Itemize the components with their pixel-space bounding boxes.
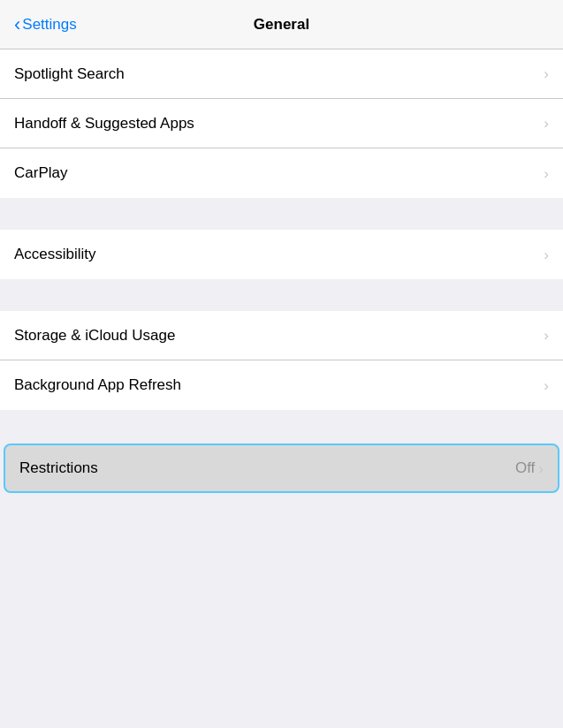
handoff-item[interactable]: Handoff & Suggested Apps ›	[0, 99, 563, 148]
restrictions-item[interactable]: Restrictions Off ›	[4, 444, 559, 493]
back-button[interactable]: ‹ Settings	[7, 8, 84, 42]
page-title: General	[254, 16, 309, 34]
restrictions-right: Off ›	[515, 459, 544, 477]
restrictions-wrapper: Restrictions Off ›	[0, 442, 563, 495]
storage-icloud-label: Storage & iCloud Usage	[14, 327, 175, 345]
spotlight-search-item[interactable]: Spotlight Search ›	[0, 49, 563, 99]
spotlight-search-label: Spotlight Search	[14, 65, 125, 83]
chevron-right-icon: ›	[544, 166, 549, 181]
restrictions-label: Restrictions	[19, 459, 98, 477]
carplay-right: ›	[544, 166, 549, 181]
accessibility-right: ›	[544, 247, 549, 262]
background-refresh-label: Background App Refresh	[14, 376, 181, 394]
chevron-right-icon: ›	[544, 116, 549, 131]
storage-icloud-right: ›	[544, 328, 549, 343]
section-gap-3	[0, 410, 563, 442]
handoff-label: Handoff & Suggested Apps	[14, 115, 194, 133]
section-gap-1	[0, 198, 563, 230]
navigation-header: ‹ Settings General	[0, 0, 563, 49]
chevron-right-icon: ›	[544, 247, 549, 262]
chevron-right-icon: ›	[538, 461, 544, 476]
section-1-group: Spotlight Search › Handoff & Suggested A…	[0, 49, 563, 198]
accessibility-label: Accessibility	[14, 246, 96, 263]
section-2-group: Accessibility ›	[0, 230, 563, 279]
restrictions-value: Off	[515, 459, 535, 477]
section-3-group: Storage & iCloud Usage › Background App …	[0, 311, 563, 410]
background-refresh-item[interactable]: Background App Refresh ›	[0, 360, 563, 410]
accessibility-item[interactable]: Accessibility ›	[0, 230, 563, 279]
spotlight-search-right: ›	[544, 66, 549, 81]
storage-icloud-item[interactable]: Storage & iCloud Usage ›	[0, 311, 563, 360]
chevron-right-icon: ›	[544, 66, 549, 81]
back-label: Settings	[22, 16, 76, 34]
background-refresh-right: ›	[544, 378, 549, 393]
chevron-right-icon: ›	[544, 378, 549, 393]
carplay-label: CarPlay	[14, 164, 67, 182]
section-gap-2	[0, 279, 563, 311]
chevron-left-icon: ‹	[14, 15, 20, 34]
carplay-item[interactable]: CarPlay ›	[0, 148, 563, 198]
handoff-right: ›	[544, 116, 549, 131]
chevron-right-icon: ›	[544, 328, 549, 343]
